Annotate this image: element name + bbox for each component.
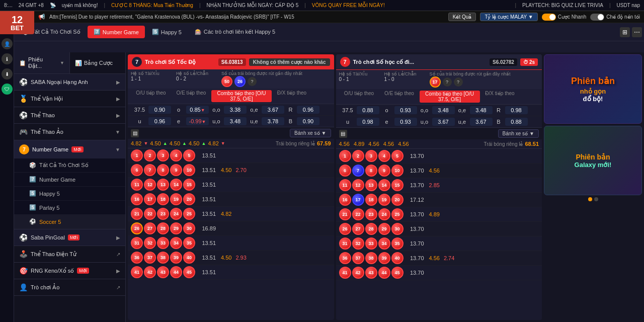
ball-7[interactable]: 7	[352, 165, 364, 177]
g2r2-oe-odds[interactable]: 0.93	[394, 118, 417, 126]
game2-help1-icon[interactable]: ?	[443, 77, 452, 87]
ball-11[interactable]: 11	[339, 179, 351, 191]
ball-16[interactable]: 16	[131, 193, 143, 205]
ball-44[interactable]: 44	[170, 266, 182, 278]
result-button[interactable]: Kết Quả	[448, 13, 476, 21]
row-extra-5[interactable]: 4.89	[427, 211, 442, 217]
row-odds-5[interactable]: 13.51	[196, 211, 219, 217]
ball-23[interactable]: 23	[365, 208, 377, 220]
ball-9[interactable]: 9	[170, 164, 182, 176]
sidebar-saba[interactable]: ⚽ SABA Ngoại Hạng Anh ▶	[14, 74, 125, 91]
ball-12[interactable]: 12	[352, 179, 364, 191]
g2r1-oe-odds[interactable]: 0.93	[394, 106, 417, 114]
ball-26[interactable]: 26	[131, 222, 143, 234]
ball-40[interactable]: 40	[391, 252, 404, 264]
row-extra-8[interactable]: 4.56	[427, 255, 442, 261]
ball-43[interactable]: 43	[365, 267, 377, 279]
row-odds-2[interactable]: 13.70	[405, 168, 427, 174]
ball-28[interactable]: 28	[365, 223, 377, 235]
row-odds-8[interactable]: 13.51	[196, 255, 219, 261]
ball-17[interactable]: 17	[144, 193, 156, 205]
ball-32[interactable]: 32	[144, 237, 156, 249]
sidebar-item-all-games[interactable]: 🎲 Tất Cả Trò Chơi Số	[14, 158, 125, 173]
ball-17[interactable]: 17	[352, 194, 364, 206]
ad-banner-1[interactable]: Phiên bản nhỏ gọn đổ bộ!	[544, 54, 642, 124]
ball-3[interactable]: 3	[365, 150, 377, 162]
ball-22[interactable]: 22	[144, 208, 156, 220]
ball-19[interactable]: 19	[170, 193, 182, 205]
sidebar-saba-pingoal[interactable]: ⚽ Saba PinGoal Mới ▶	[14, 229, 125, 246]
odds-selector[interactable]: Tỷ lệ cược MALAY ▼	[480, 13, 537, 21]
ball-33[interactable]: 33	[365, 237, 377, 250]
row-extra-5[interactable]: 4.82	[219, 211, 233, 217]
game2-help2-icon[interactable]: ?	[454, 77, 463, 87]
ball-6[interactable]: 6	[131, 164, 143, 176]
row-extra-8[interactable]: 4.50	[219, 255, 233, 261]
g2r2-dx-odds[interactable]: 0.88	[505, 118, 528, 126]
g2r1-dx-odds[interactable]: 0.98	[505, 106, 528, 114]
ball-5[interactable]: 5	[391, 150, 404, 162]
ball-21[interactable]: 21	[339, 208, 351, 220]
ball-23[interactable]: 23	[157, 208, 169, 220]
ball-39[interactable]: 39	[378, 252, 390, 264]
ball-36[interactable]: 36	[131, 252, 143, 264]
ball-2[interactable]: 2	[144, 149, 156, 162]
row-right-extra-2[interactable]: 2.70	[233, 167, 248, 173]
ball-4[interactable]: 4	[170, 149, 182, 162]
ball-42[interactable]: 42	[352, 267, 364, 279]
sidebar-tro-choi-ao[interactable]: 👤 Trò chơi Ảo ↗	[14, 279, 125, 296]
ball-15[interactable]: 15	[183, 179, 195, 191]
ball-45[interactable]: 45	[183, 266, 195, 278]
ball-29[interactable]: 29	[378, 223, 390, 235]
tab-happy5[interactable]: 5️⃣ Happy 5	[146, 26, 188, 38]
row-right-extra-3[interactable]: 2.85	[427, 182, 442, 188]
g1r1-combo-odds2[interactable]: 3.67	[262, 106, 284, 114]
user-icon[interactable]: 👤	[2, 38, 13, 49]
row-odds-4[interactable]: 17.12	[405, 197, 427, 203]
ball-4[interactable]: 4	[378, 150, 390, 162]
ball-15[interactable]: 15	[391, 179, 404, 191]
ball-36[interactable]: 36	[339, 252, 351, 264]
ball-33[interactable]: 33	[157, 237, 169, 249]
quick-bet-toggle[interactable]: Cược Nhanh	[542, 14, 586, 21]
game2-banh-xe-btn[interactable]: Bánh xe số ▼	[498, 129, 539, 138]
ball-11[interactable]: 11	[131, 179, 143, 191]
row-odds-3[interactable]: 13.51	[196, 182, 219, 188]
g1r1-ou-odds[interactable]: 0.90	[148, 106, 171, 114]
ball-35[interactable]: 35	[183, 237, 195, 249]
g1r1-oe-odds[interactable]: 0.85▼	[186, 106, 209, 114]
ad-banner-2[interactable]: Phiên bản Galaxy mới!	[544, 126, 642, 195]
shield-icon[interactable]: 🛡	[2, 84, 13, 95]
tab-linked-games[interactable]: 🎰 Các trò chơi liên kết Happy 5	[189, 26, 281, 38]
ball-5[interactable]: 5	[183, 149, 195, 162]
night-mode-toggle[interactable]: Chế độ nền tối	[590, 14, 640, 21]
ball-41[interactable]: 41	[339, 267, 351, 279]
row-odds-3[interactable]: 13.70	[405, 182, 427, 188]
sidebar-the-van-hoi[interactable]: 🏅 Thể Vận Hội ▶	[14, 91, 125, 107]
row-odds-7[interactable]: 13.51	[196, 240, 219, 246]
ball-13[interactable]: 13	[365, 179, 377, 191]
sidebar-the-thao-ao[interactable]: 🎮 Thể Thao Ảo ▼	[14, 124, 125, 140]
ball-8[interactable]: 8	[157, 164, 169, 176]
ball-43[interactable]: 43	[157, 266, 169, 278]
row-odds-7[interactable]: 13.70	[405, 240, 427, 247]
row-extra-2[interactable]: 4.50	[219, 167, 233, 173]
download-icon[interactable]: ⬇	[2, 68, 13, 79]
ball-34[interactable]: 34	[378, 237, 390, 250]
ball-39[interactable]: 39	[170, 252, 182, 264]
g1r1-dx-odds[interactable]: 0.96	[297, 106, 319, 114]
row-odds-9[interactable]: 13.70	[405, 270, 427, 276]
ball-35[interactable]: 35	[391, 237, 404, 250]
ball-37[interactable]: 37	[352, 252, 364, 264]
ball-18[interactable]: 18	[157, 193, 169, 205]
sidebar-item-happy5[interactable]: 5️⃣ Happy 5	[14, 187, 125, 201]
ball-6[interactable]: 6	[339, 165, 351, 177]
sidebar-rng-keno[interactable]: 🎯 RNG Keno/Xổ số Mới ▶	[14, 263, 125, 279]
g1r2-ou-odds[interactable]: 0.96	[148, 117, 171, 125]
ball-1[interactable]: 1	[131, 149, 143, 162]
g1r2-oe-odds[interactable]: -0.99▼	[186, 117, 209, 125]
grid-view-icon[interactable]: ⊞	[620, 27, 630, 37]
ball-26[interactable]: 26	[339, 223, 351, 235]
g1r2-combo-odds2[interactable]: 3.78	[262, 117, 284, 125]
sidebar-item-number-game[interactable]: 7️⃣ Number Game	[14, 173, 125, 187]
